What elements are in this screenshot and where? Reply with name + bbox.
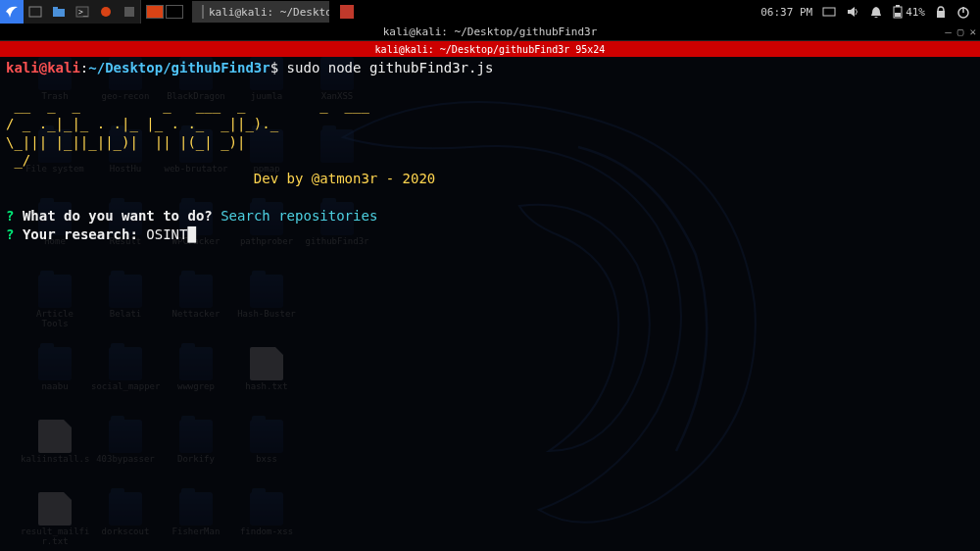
terminal-subtitle: kali@kali: ~/Desktop/githubFind3r 95x24 [375, 44, 606, 55]
svg-rect-2 [53, 7, 58, 10]
minimize-button[interactable]: — [945, 25, 952, 38]
app-launcher-button[interactable] [94, 0, 118, 24]
svg-rect-9 [896, 5, 900, 7]
terminal-window: kali@kali: ~/Desktop/githubFind3r — ▢ ✕ … [0, 24, 980, 551]
ascii-art-credit: Dev by @atmon3r - 2020 [6, 171, 435, 186]
notifications-icon[interactable] [869, 5, 883, 19]
workspace-2[interactable] [166, 5, 183, 19]
terminal-launcher-button[interactable]: >_ [71, 0, 94, 24]
app-icon [340, 5, 354, 19]
taskbar-item-terminal[interactable]: kali@kali: ~/Desktop/git… [192, 1, 329, 23]
keyboard-indicator-icon[interactable] [822, 6, 836, 18]
workspace-1[interactable] [146, 5, 164, 19]
terminal-subtitle-bar: kali@kali: ~/Desktop/githubFind3r 95x24 [0, 41, 980, 57]
svg-text:>_: >_ [78, 8, 88, 17]
taskbar-item-2[interactable] [333, 1, 361, 23]
svg-rect-7 [823, 8, 835, 16]
file-manager-button[interactable] [47, 0, 71, 24]
maximize-button[interactable]: ▢ [957, 25, 964, 38]
ascii-art-line: / _ ._|_|_ . .|_ |_ . ._ _||_)._ [6, 116, 278, 131]
lock-icon[interactable] [935, 5, 947, 19]
svg-rect-0 [29, 7, 41, 17]
svg-rect-1 [53, 9, 65, 17]
kali-menu-button[interactable] [0, 0, 24, 24]
clock[interactable]: 06:37 PM [760, 6, 812, 19]
battery-percent: 41% [906, 6, 925, 19]
ascii-art-line: _/ [6, 152, 418, 168]
question-mark: ? [6, 226, 14, 242]
power-icon[interactable] [956, 5, 970, 19]
svg-rect-6 [124, 7, 134, 17]
question-1-label: What do you want to do? [23, 208, 213, 224]
workspace-switcher[interactable] [145, 5, 184, 19]
show-desktop-button[interactable] [24, 0, 47, 24]
app-launcher-button-2[interactable] [118, 0, 141, 24]
taskbar-item-label: kali@kali: ~/Desktop/git… [209, 6, 329, 19]
terminal-icon [202, 5, 204, 19]
terminal-body[interactable]: kali@kali:~/Desktop/githubFind3r$ sudo n… [0, 57, 980, 551]
prompt-user: kali@kali [6, 60, 80, 75]
question-1-answer: Search repositories [220, 208, 377, 224]
battery-indicator[interactable]: 41% [893, 5, 925, 19]
svg-point-5 [101, 7, 111, 17]
cursor: █ [187, 226, 195, 242]
terminal-titlebar[interactable]: kali@kali: ~/Desktop/githubFind3r — ▢ ✕ [0, 24, 980, 41]
ascii-art-line: __ _ _ _ ___ _ _ ___ [6, 97, 418, 113]
question-mark: ? [6, 208, 14, 224]
close-button[interactable]: ✕ [969, 25, 976, 38]
prompt-dollar: $ [270, 60, 278, 75]
prompt-command: sudo node githubFind3r.js [287, 60, 494, 75]
prompt-path: ~/Desktop/githubFind3r [88, 60, 270, 75]
svg-rect-11 [937, 11, 945, 18]
question-2-answer: OSINT [146, 226, 187, 242]
ascii-art-line: \_||| |_||_||_)| || |(_| _)| [6, 134, 254, 150]
svg-rect-10 [895, 13, 901, 17]
question-2-label: Your research: [23, 226, 138, 242]
terminal-tab-indicator[interactable] [2, 43, 10, 55]
volume-icon[interactable] [846, 5, 859, 19]
terminal-title: kali@kali: ~/Desktop/githubFind3r [383, 25, 598, 38]
top-panel: >_ kali@kali: ~/Desktop/git… 06:37 PM [0, 0, 980, 24]
